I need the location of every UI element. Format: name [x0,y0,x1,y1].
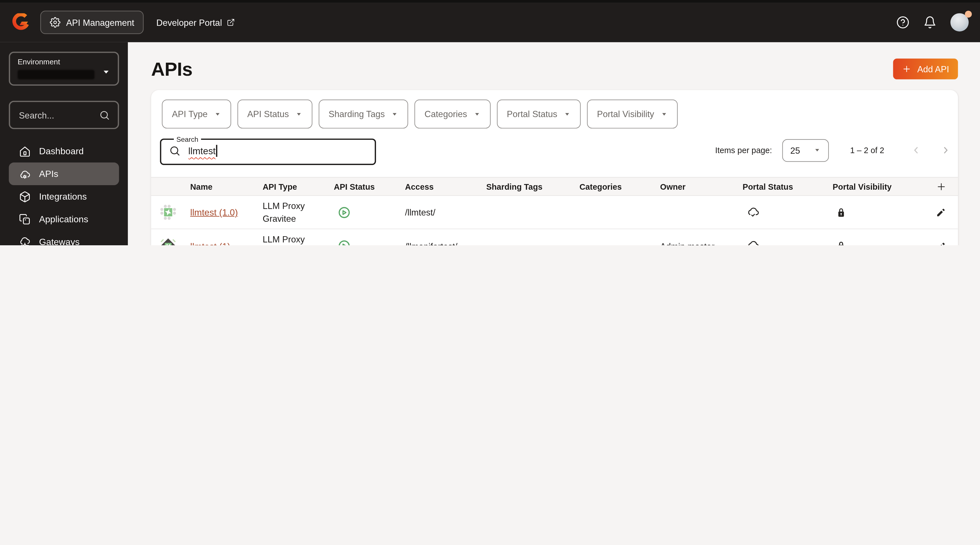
product-switcher-button[interactable]: API Management [40,11,144,34]
filter-portal-status[interactable]: Portal Status [497,100,581,129]
apps-copy-icon [19,213,31,225]
search-input[interactable]: Search llmtest [160,135,376,165]
col-header-name: Name [185,182,258,191]
caret-down-icon [391,111,398,118]
sidebar-search[interactable] [9,101,119,129]
add-column-icon[interactable] [936,181,947,192]
api-name-link[interactable]: llmtest (1.0) [190,207,238,218]
previous-page-icon[interactable] [911,145,921,156]
cloud-gear-icon [19,168,31,180]
sidebar-item-integrations[interactable]: Integrations [9,185,119,208]
search-field-label: Search [174,135,201,143]
environment-value-redacted [18,70,94,79]
table-header: Name API Type API Status Access Sharding… [151,177,958,196]
col-header-api-type: API Type [258,182,329,191]
paginator: Items per page: 25 1 – 2 of 2 [715,139,951,162]
chevron-down-icon [102,68,110,76]
search-query-text: llmtest [188,145,215,156]
add-api-label: Add API [917,64,949,74]
product-switcher-label: API Management [66,17,134,27]
portal-status-published-cloud-check-icon [746,206,760,219]
portal-visibility-lock-icon [835,240,847,245]
page-title: APIs [151,58,192,80]
sidebar-menu: Dashboard APIs [0,140,128,245]
pagination-range: 1 – 2 of 2 [850,145,884,155]
filter-api-status[interactable]: API Status [237,100,312,129]
search-icon [99,109,110,121]
filter-api-type[interactable]: API Type [162,100,231,129]
caret-down-icon [564,111,571,118]
edit-pencil-icon[interactable] [935,240,947,245]
notification-dot [965,11,972,17]
notifications-bell-icon[interactable] [923,16,937,29]
items-per-page-select[interactable]: 25 [782,139,829,162]
api-status-started-icon [338,206,351,219]
environment-selector[interactable]: Environment [9,52,119,86]
caret-down-icon [660,111,667,118]
toolbar-row: Search llmtest Items per page: 25 [151,129,958,165]
col-header-portal-status: Portal Status [738,182,828,191]
api-status-started-icon [338,239,351,245]
sidebar-item-applications[interactable]: Applications [9,208,119,230]
owner-cell: Admin master [655,241,738,246]
external-link-icon [227,18,235,26]
filter-categories[interactable]: Categories [414,100,490,129]
col-header-access: Access [400,182,481,191]
sidebar-item-label: Gateways [39,237,80,245]
api-picture-diamond-icon [159,237,177,245]
apis-card: API Type API Status Sharding Tags Catego… [151,90,958,246]
table-row: llmtest (1.0) LLM Proxy Gravitee /llmtes… [151,196,958,229]
gravitee-logo [11,13,30,32]
items-per-page-label: Items per page: [715,145,772,155]
edit-pencil-icon[interactable] [935,207,947,218]
search-icon [169,145,181,157]
col-header-api-status: API Status [329,182,400,191]
col-header-owner: Owner [655,182,738,191]
col-header-portal-visibility: Portal Visibility [828,182,922,191]
user-menu[interactable] [950,13,969,32]
sidebar-item-label: Dashboard [39,146,84,156]
access-cell: /llmtest/ [400,207,481,218]
developer-portal-label: Developer Portal [156,17,222,27]
portal-status-unpublished-cloud-x-icon [746,239,760,245]
sidebar-item-label: APIs [39,169,59,179]
sidebar-item-gateways[interactable]: Gateways [9,230,119,245]
environment-label: Environment [18,57,110,66]
sidebar-search-input[interactable] [18,109,94,121]
filter-sharding-tags[interactable]: Sharding Tags [318,100,408,129]
col-header-sharding-tags: Sharding Tags [481,182,574,191]
caret-down-icon [813,147,820,154]
api-picture-sparkle-icon [159,203,177,221]
caret-down-icon [295,111,302,118]
app-window: API Management Developer Portal [0,0,980,245]
plus-icon [902,64,912,74]
home-icon [19,145,31,157]
apis-table: Name API Type API Status Access Sharding… [151,177,958,245]
access-cell: /llmapifortest/ [400,241,481,246]
main-content: APIs Add API API Type API Status [128,42,980,246]
next-page-icon[interactable] [940,145,951,156]
sidebar-item-label: Applications [39,214,89,224]
sidebar-item-label: Integrations [39,191,87,202]
api-type-cell: LLM Proxy Gravitee [258,233,329,245]
gear-icon [49,17,60,28]
text-cursor [216,145,217,157]
add-api-button[interactable]: Add API [893,59,958,79]
caret-down-icon [214,111,221,118]
sidebar-item-dashboard[interactable]: Dashboard [9,140,119,162]
topbar: API Management Developer Portal [0,0,980,42]
table-row: llmtest (1) LLM Proxy Gravitee /llmapifo… [151,229,958,245]
filters-row: API Type API Status Sharding Tags Catego… [151,90,958,129]
cloud-gateway-icon [19,236,31,246]
topbar-actions [896,13,969,32]
filter-portal-visibility[interactable]: Portal Visibility [587,100,678,129]
col-header-categories: Categories [574,182,655,191]
cube-icon [19,191,31,202]
developer-portal-link[interactable]: Developer Portal [156,17,235,27]
help-icon[interactable] [896,16,910,29]
api-name-link[interactable]: llmtest (1) [190,241,230,246]
caret-down-icon [474,111,480,118]
sidebar-item-apis[interactable]: APIs [9,162,119,185]
sidebar: Environment Dashboard [0,42,128,246]
api-type-cell: LLM Proxy Gravitee [258,199,329,225]
